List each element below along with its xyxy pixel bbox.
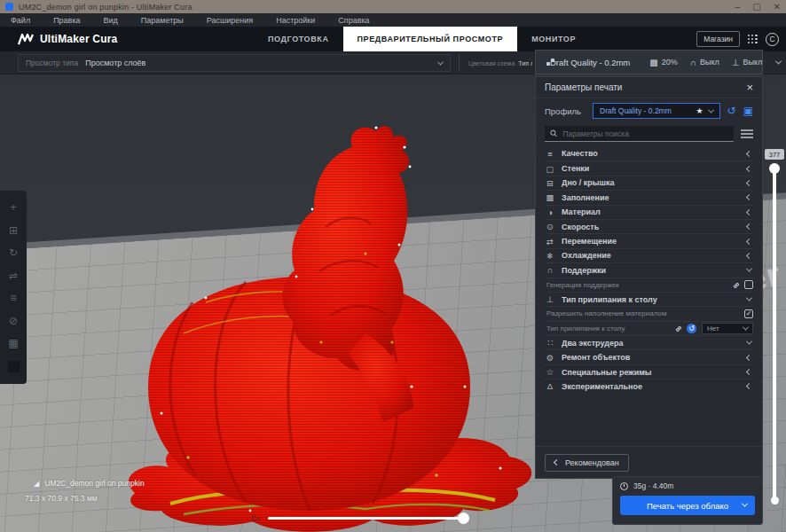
print-via-cloud-button[interactable]: Печать через облако [620,496,755,515]
rotate-tool-icon[interactable]: ↻ [9,247,18,258]
settings-category-speed[interactable]: ⊙Скорость [545,219,753,233]
panel-title: Параметры печати [545,82,746,92]
brand: UltiMaker Cura [18,33,118,45]
link-icon: ∞ [672,323,684,334]
recommended-mode-button[interactable]: Рекомендован [545,454,629,472]
menu-item-расширения[interactable]: Расширения [207,16,253,25]
chevron-down-icon [743,324,749,330]
revert-value-icon[interactable]: ↺ [687,324,696,333]
menu-item-справка[interactable]: Справка [338,16,369,25]
chevron-down-icon [746,295,752,301]
settings-category-quality[interactable]: ≡Качество [545,146,753,160]
experimental-icon: Δ [545,381,555,391]
summary-adhesion: ⊥ Выкл [732,58,762,67]
dual-icon: ∷ [545,338,555,348]
mirror-tool-icon[interactable]: ⇌ [9,270,18,281]
search-icon [550,129,557,137]
chevron-left-icon [746,223,752,230]
title-bar: UM2C_demon girl on punpkin - UltiMaker C… [0,0,786,13]
support-blocker-icon[interactable]: ⊘ [9,316,18,326]
search-input[interactable] [562,129,728,138]
settings-category-support[interactable]: ∩Поддержки [545,262,753,277]
revert-profile-icon[interactable]: ↺ [727,106,736,116]
window-title: UM2C_demon girl on punpkin - UltiMaker C… [19,3,735,12]
left-toolbar: +⊞↻⇌≡⊘▦ [0,191,27,384]
minimize-button[interactable]: – [735,3,741,12]
category-label: Стенки [562,164,741,173]
layer-handle-bottom[interactable] [771,497,779,505]
infill-icon: ▩ [545,192,555,202]
settings-category-infill[interactable]: ▩Заполнение [545,190,753,204]
settings-category-cooling[interactable]: ❄Охлаждение [545,248,753,262]
summary-support: ∩ Выкл [690,58,719,67]
settings-search[interactable] [545,126,734,142]
chevron-left-icon [746,355,752,361]
play-icon[interactable]: ▷ [252,512,259,524]
chevron-left-icon [746,151,752,157]
setting-row[interactable]: Разрешить наполнение материалом✓ [545,306,753,320]
color-scheme-label: Цветовая схема [468,60,515,66]
settings-category-travel[interactable]: ⇄Перемещение [545,233,753,247]
move-tool-icon[interactable]: + [10,202,16,213]
chevron-down-icon [437,59,444,65]
chevron-left-icon [746,194,752,200]
menu-item-настройки[interactable]: Настройки [276,16,315,25]
profile-dropdown[interactable]: Draft Quality - 0.2mm ★ [593,103,720,119]
simulation-slider[interactable]: ▷ [252,512,468,524]
settings-category-meshfix[interactable]: ⚙Ремонт объектов [545,349,753,364]
tab-предварительный-просмотр[interactable]: ПРЕДВАРИТЕЛЬНЫЙ ПРОСМОТР [343,27,518,51]
settings-category-experimental[interactable]: ΔЭкспериментальное [545,379,753,393]
chevron-left-icon [746,369,752,375]
category-label: Охлаждение [562,251,741,260]
settings-category-list: ≡Качество▢Стенки⊟Дно / крышка▩Заполнение… [536,145,762,446]
settings-menu-icon[interactable] [741,129,753,138]
account-avatar[interactable]: C [766,33,779,46]
maximize-button[interactable]: ▢ [752,3,760,12]
settings-category-adhesion[interactable]: ⊥Тип прилипания к столу [545,292,753,306]
settings-category-dual[interactable]: ∷Два экструдера [545,335,753,349]
dropdown-value: Нет [707,325,740,332]
panel-close-icon[interactable]: × [746,82,753,93]
summary-infill: ▩ 20% [649,58,677,67]
tab-подготовка[interactable]: ПОДГОТОВКА [254,27,343,51]
layer-track[interactable] [773,167,776,502]
color-scheme-dropdown[interactable]: Цветовая схема Тип линии [465,54,532,72]
setting-row[interactable]: Генерация поддержек∞ [545,278,753,292]
setting-row[interactable]: Тип прилипания к столу∞↺Нет [545,321,753,335]
support-icon: ∩ [690,58,696,67]
menu-item-параметры[interactable]: Параметры [141,16,184,25]
chevron-down-icon[interactable] [742,501,748,507]
setting-checkbox[interactable]: ✓ [744,309,753,318]
apps-grid-icon[interactable] [748,35,758,44]
category-label: Поддержки [562,266,741,275]
print-settings-summary[interactable]: Draft Quality - 0.2mm ▩ 20% ∩ Выкл ⊥ Вык… [535,50,763,74]
view-type-dropdown[interactable]: Просмотр типа Просмотр слоёв [18,54,451,72]
menu-item-вид[interactable]: Вид [104,16,118,25]
menu-item-правка[interactable]: Правка [53,16,80,25]
custom-tool-icon[interactable]: ▦ [8,338,18,348]
topbottom-icon: ⊟ [545,178,555,188]
model-name[interactable]: UM2C_demon girl on punpkin [44,479,144,488]
setting-label: Тип прилипания к столу [546,325,670,332]
close-button[interactable]: ✕ [774,3,781,12]
settings-category-special[interactable]: ☆Специальные режимы [545,364,753,379]
marketplace-button[interactable]: Магазин [696,31,740,47]
save-profile-icon[interactable]: ▣ [743,106,753,116]
settings-category-topbottom[interactable]: ⊟Дно / крышка [545,176,753,190]
settings-category-walls[interactable]: ▢Стенки [545,160,753,175]
tab-монитор[interactable]: МОНИТОР [517,27,590,51]
setting-dropdown[interactable]: Нет [702,323,753,334]
sliced-model[interactable] [99,121,543,532]
simulation-track[interactable] [268,517,468,520]
adhesion-icon: ⊥ [545,294,555,304]
chevron-left-icon [746,166,752,172]
job-stats: 35g · 4.40m [620,481,755,490]
scale-tool-icon[interactable]: ⊞ [9,225,18,236]
menu-item-файл[interactable]: Файл [11,16,30,25]
setting-checkbox[interactable] [744,280,753,289]
per-model-settings-icon[interactable]: ≡ [10,293,16,303]
layer-handle-top[interactable] [769,163,780,174]
layer-slider[interactable]: 377 [765,74,786,518]
model-info: ◢ UM2C_demon girl on punpkin 71.3 x 70.9… [25,479,145,503]
settings-category-material[interactable]: ◑Материал [545,205,753,219]
